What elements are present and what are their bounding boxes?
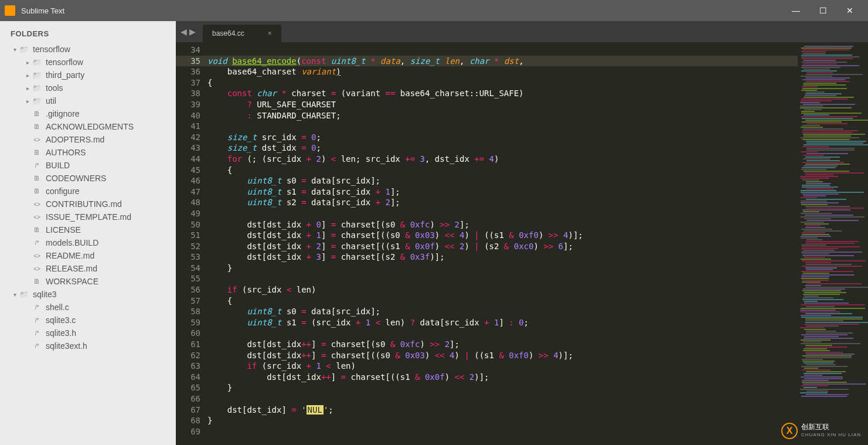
nav-forward-icon[interactable]: ▶	[189, 27, 196, 36]
code-line[interactable]: dst[dst_idx + 1] = charset[((s0 & 0x03) …	[205, 230, 798, 241]
line-number[interactable]: 37	[176, 77, 200, 89]
code-line[interactable]: uint8_t s1 = (src_idx + 1 < len) ? data[…	[205, 317, 798, 328]
line-number[interactable]: 52	[176, 241, 200, 252]
line-number[interactable]: 56	[176, 284, 200, 295]
code-line[interactable]	[205, 121, 798, 132]
line-number[interactable]: 65	[176, 382, 200, 393]
code-line[interactable]: }	[205, 382, 798, 393]
line-number[interactable]: 62	[176, 350, 200, 361]
line-number[interactable]: 41	[176, 121, 200, 132]
line-number[interactable]: 35	[176, 56, 205, 67]
file-item[interactable]: models.BUILD	[0, 236, 176, 249]
code-line[interactable]: uint8_t s2 = data[src_idx + 2];	[205, 197, 798, 208]
folder-item[interactable]: ▾sqlite3	[0, 288, 176, 301]
code-line[interactable]: for (; (src_idx + 2) < len; src_idx += 3…	[205, 154, 798, 165]
file-item[interactable]: README.md	[0, 249, 176, 262]
file-item[interactable]: sqlite3.h	[0, 327, 176, 339]
line-number[interactable]: 54	[176, 263, 200, 274]
code-line[interactable]: dst[dst_idx++] = charset[((s1 & 0x0f) <<…	[205, 372, 798, 383]
code-line[interactable]: }	[205, 263, 798, 274]
file-item[interactable]: ISSUE_TEMPLATE.md	[0, 210, 176, 223]
line-number[interactable]: 63	[176, 361, 200, 372]
code-line[interactable]: {	[205, 295, 798, 307]
code-line[interactable]: dst[dst_idx++] = charset[(s0 & 0xfc) >> …	[205, 339, 798, 350]
code-line[interactable]	[205, 208, 798, 219]
line-number[interactable]: 60	[176, 328, 200, 339]
file-item[interactable]: configure	[0, 185, 176, 198]
line-number[interactable]: 36	[176, 66, 200, 77]
code-line[interactable]	[205, 393, 798, 405]
code-line[interactable]: uint8_t s1 = data[src_idx + 1];	[205, 186, 798, 198]
file-item[interactable]: BUILD	[0, 159, 176, 172]
line-number[interactable]: 59	[176, 317, 200, 328]
file-item[interactable]: .gitignore	[0, 107, 176, 120]
minimize-button[interactable]: —	[782, 0, 809, 21]
line-number[interactable]: 47	[176, 186, 200, 198]
line-number[interactable]: 45	[176, 165, 200, 176]
file-item[interactable]: CONTRIBUTING.md	[0, 198, 176, 210]
code-line[interactable]	[205, 273, 798, 284]
line-number[interactable]: 69	[176, 426, 200, 437]
line-number[interactable]: 34	[176, 45, 200, 56]
code-line[interactable]: const char * charset = (variant == base6…	[205, 88, 798, 99]
line-number[interactable]: 57	[176, 295, 200, 307]
line-number[interactable]: 55	[176, 273, 200, 284]
line-number[interactable]: 49	[176, 208, 200, 219]
code-line[interactable]: dst[dst_idx + 0] = charset[(s0 & 0xfc) >…	[205, 219, 798, 230]
line-number[interactable]: 38	[176, 88, 200, 99]
code-line[interactable]: if (src_idx < len)	[205, 284, 798, 295]
line-number[interactable]: 44	[176, 154, 200, 165]
code-line[interactable]: size_t dst_idx = 0;	[205, 142, 798, 154]
line-number[interactable]: 46	[176, 175, 200, 186]
nav-back-icon[interactable]: ◀	[181, 27, 187, 36]
code-line[interactable]: dst[dst_idx] = 'NUL';	[205, 405, 798, 416]
code-line[interactable]: if (src_idx + 1 < len)	[205, 361, 798, 372]
code-line[interactable]: base64_charset variant)	[205, 66, 798, 77]
maximize-button[interactable]: ☐	[809, 0, 836, 21]
line-number[interactable]: 66	[176, 393, 200, 405]
line-number[interactable]: 53	[176, 252, 200, 263]
minimap[interactable]	[798, 42, 868, 445]
file-item[interactable]: sqlite3.c	[0, 314, 176, 327]
folder-item[interactable]: ▸tensorflow	[0, 56, 176, 69]
line-number[interactable]: 43	[176, 142, 200, 154]
close-button[interactable]: ✕	[836, 0, 863, 21]
file-item[interactable]: shell.c	[0, 301, 176, 314]
code-line[interactable]: ? URL_SAFE_CHARSET	[205, 99, 798, 110]
folder-item[interactable]: ▸tools	[0, 81, 176, 94]
line-number[interactable]: 42	[176, 132, 200, 143]
file-item[interactable]: RELEASE.md	[0, 262, 176, 275]
code-line[interactable]: size_t src_idx = 0;	[205, 132, 798, 143]
code-line[interactable]: void base64_encode(const uint8_t * data,…	[205, 56, 798, 67]
line-number[interactable]: 61	[176, 339, 200, 350]
line-number[interactable]: 50	[176, 219, 200, 230]
code-line[interactable]: uint8_t s0 = data[src_idx];	[205, 175, 798, 186]
file-item[interactable]: LICENSE	[0, 223, 176, 236]
line-gutter[interactable]: 3435363738394041424344454647484950515253…	[176, 42, 205, 445]
folder-item[interactable]: ▾tensorflow	[0, 43, 176, 56]
code-line[interactable]: dst[dst_idx + 3] = charset[(s2 & 0x3f)];	[205, 252, 798, 263]
code-editor[interactable]: void base64_encode(const uint8_t * data,…	[205, 42, 798, 445]
code-line[interactable]: dst[dst_idx + 2] = charset[((s1 & 0x0f) …	[205, 241, 798, 252]
code-line[interactable]: dst[dst_idx++] = charset[((s0 & 0x03) <<…	[205, 350, 798, 361]
line-number[interactable]: 68	[176, 415, 200, 426]
code-line[interactable]: {	[205, 165, 798, 176]
close-icon[interactable]: ×	[268, 29, 272, 38]
file-item[interactable]: sqlite3ext.h	[0, 339, 176, 352]
line-number[interactable]: 67	[176, 405, 200, 416]
code-line[interactable]	[205, 45, 798, 56]
file-item[interactable]: ADOPTERS.md	[0, 133, 176, 146]
code-line[interactable]	[205, 426, 798, 437]
code-line[interactable]	[205, 328, 798, 339]
sidebar[interactable]: FOLDERS ▾tensorflow▸tensorflow▸third_par…	[0, 21, 176, 445]
file-item[interactable]: ACKNOWLEDGMENTS	[0, 120, 176, 133]
line-number[interactable]: 64	[176, 372, 200, 383]
code-line[interactable]: {	[205, 77, 798, 89]
line-number[interactable]: 39	[176, 99, 200, 110]
folder-item[interactable]: ▸third_party	[0, 69, 176, 81]
code-line[interactable]: uint8_t s0 = data[src_idx];	[205, 306, 798, 317]
line-number[interactable]: 40	[176, 110, 200, 121]
code-line[interactable]: }	[205, 415, 798, 426]
file-item[interactable]: WORKSPACE	[0, 275, 176, 288]
line-number[interactable]: 58	[176, 306, 200, 317]
